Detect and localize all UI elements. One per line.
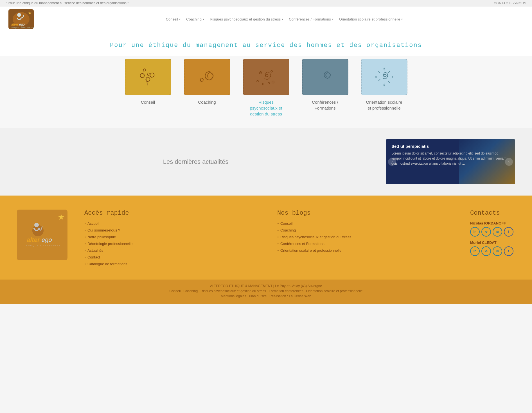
nav-coaching[interactable]: Coaching ▾ (186, 17, 204, 21)
facebook-icon-muriel[interactable]: f (504, 246, 513, 256)
actualites-slider: ‹ Sed ut perspiciatis Lorem ipsum dolor … (386, 139, 515, 184)
svg-point-12 (268, 82, 270, 84)
link-icon-nicolas[interactable]: ⚙ (481, 227, 491, 237)
email-icon-nicolas[interactable]: ✉ (493, 227, 502, 237)
footer-link-catalogue[interactable]: Catalogue de formations (84, 262, 266, 266)
site-header: ★ alter ego ETHIQUE & MANAGEMENT Conseil… (0, 6, 532, 32)
card-coaching-image (184, 59, 230, 95)
nav-orientation[interactable]: Orientation scolaire et professionnelle … (339, 17, 403, 21)
footer-acces-list: Accueil Qui sommes-nous ? Notre philosop… (84, 221, 266, 266)
star-icon: ★ (58, 212, 65, 222)
footer-link-accueil[interactable]: Accueil (84, 221, 266, 226)
contact-nicolas-socials: in ⚙ ✉ f (470, 227, 515, 237)
footer-blogs-title: Nos blogs (277, 210, 459, 217)
logo-wrap[interactable]: ★ alter ego ETHIQUE & MANAGEMENT (8, 9, 34, 29)
footer-contacts-title: Contacts (470, 210, 515, 217)
hero-title: Pour une éthique du management au servic… (6, 42, 526, 49)
footer-link-actualites[interactable]: Actualités (84, 248, 266, 253)
slider-content: Sed ut perspiciatis Lorem ipsum dolor si… (386, 139, 515, 184)
slider-title: Sed ut perspiciatis (391, 144, 510, 149)
nav-conseil[interactable]: Conseil ▾ (166, 17, 181, 21)
top-tagline: " Pour une éthique du management au serv… (6, 1, 129, 5)
svg-point-8 (271, 71, 272, 72)
svg-marker-22 (383, 85, 385, 87)
svg-marker-24 (392, 76, 394, 78)
actualites-title: Les dernières actualités (17, 158, 375, 165)
linkedin-icon-nicolas[interactable]: in (470, 227, 480, 237)
svg-text:alter: alter (27, 236, 40, 243)
footer-blogs-list: Conseil Coaching Risques psychosociaux e… (277, 221, 459, 253)
card-risques[interactable]: Risquespsychosociaux etgestion du stress (241, 59, 291, 117)
card-conseil-image (125, 59, 171, 95)
footer-bottom-line2: Conseil . Coaching . Risques psychosocia… (6, 289, 526, 293)
chevron-down-icon: ▾ (203, 18, 204, 21)
contact-nicolas-name: Nicolas IORDANOFF (470, 221, 515, 225)
actualites-section: Les dernières actualités ‹ Sed ut perspi… (0, 128, 532, 196)
svg-point-9 (257, 80, 258, 82)
slider-next-button[interactable]: › (505, 158, 513, 166)
svg-point-2 (17, 13, 21, 17)
svg-point-10 (272, 81, 274, 83)
main-nav: Conseil ▾ Coaching ▾ Risques psychosocia… (45, 17, 524, 21)
footer-blog-conseil[interactable]: Conseil (277, 221, 459, 226)
footer-nos-blogs: Nos blogs Conseil Coaching Risques psych… (277, 210, 459, 268)
svg-point-11 (262, 83, 264, 85)
facebook-icon-nicolas[interactable]: f (504, 227, 513, 237)
svg-text:ego: ego (42, 236, 52, 243)
contact-nicolas: Nicolas IORDANOFF in ⚙ ✉ f (470, 221, 515, 237)
svg-text:ETHIQUE & MANAGEMENT: ETHIQUE & MANAGEMENT (11, 27, 34, 29)
card-conferences-image (302, 59, 348, 95)
email-icon-muriel[interactable]: ✉ (493, 246, 502, 256)
contact-muriel-socials: in ⚙ ✉ f (470, 246, 515, 256)
footer-link-contact[interactable]: Contact (84, 255, 266, 259)
contact-link[interactable]: CONTACTEZ-NOUS (494, 1, 526, 5)
nav-risques[interactable]: Risques psychosociaux et gestion du stre… (210, 17, 283, 21)
contact-muriel-name: Muriel CLEDAT (470, 240, 515, 245)
footer-link-quisommesnous[interactable]: Qui sommes-nous ? (84, 228, 266, 232)
svg-line-17 (378, 71, 380, 73)
svg-text:ego: ego (19, 22, 25, 26)
footer-link-philosophie[interactable]: Notre philosophie (84, 235, 266, 239)
svg-marker-21 (383, 67, 385, 69)
card-conferences-label: Conférences /Formations (312, 99, 338, 111)
footer-bottom: ALTEREGO ETHIQUE & MANAGEMENT | Le Puy-e… (0, 280, 532, 304)
footer-blog-risques[interactable]: Risques psychosociaux et gestion du stre… (277, 235, 459, 239)
card-orientation[interactable]: Orientation scolaireet professionnelle (359, 59, 409, 117)
svg-line-19 (388, 71, 390, 73)
card-orientation-label: Orientation scolaireet professionnelle (366, 99, 402, 111)
footer-bottom-line3: Mentions légales . Plan du site . Réalis… (6, 294, 526, 298)
footer-link-deontologie[interactable]: Déontologie professionnelle (84, 241, 266, 246)
logo: ★ alter ego ETHIQUE & MANAGEMENT (8, 9, 34, 29)
chevron-down-icon: ▾ (332, 18, 333, 21)
chevron-down-icon: ▾ (179, 18, 181, 21)
card-orientation-image (361, 59, 407, 95)
slider-box: ‹ Sed ut perspiciatis Lorem ipsum dolor … (386, 139, 515, 184)
cards-section: Conseil Coaching (0, 56, 532, 128)
card-conseil-label: Conseil (141, 99, 155, 105)
footer-blog-coaching[interactable]: Coaching (277, 228, 459, 232)
link-icon-muriel[interactable]: ⚙ (481, 246, 491, 256)
card-conseil[interactable]: Conseil (123, 59, 173, 117)
footer-acces-rapide: Accès rapide Accueil Qui sommes-nous ? N… (84, 210, 266, 268)
nav-conferences[interactable]: Conférences / Formations ▾ (289, 17, 333, 21)
slider-text: Lorem ipsum dolor sit amet, consectetur … (391, 151, 510, 166)
card-conferences[interactable]: Conférences /Formations (300, 59, 350, 117)
svg-point-26 (34, 223, 39, 227)
footer-logo-col: ★ alter ego ETHIQUE & MANAGEMENT (17, 210, 73, 268)
footer-logo-box: ★ alter ego ETHIQUE & MANAGEMENT (17, 210, 67, 260)
svg-line-18 (388, 81, 390, 83)
chevron-down-icon: ▾ (401, 18, 403, 21)
slider-prev-button[interactable]: ‹ (388, 158, 396, 166)
card-coaching[interactable]: Coaching (182, 59, 232, 117)
footer-bottom-line1: ALTEREGO ETHIQUE & MANAGEMENT | Le Puy-e… (6, 284, 526, 288)
contact-muriel: Muriel CLEDAT in ⚙ ✉ f (470, 240, 515, 256)
card-risques-image (243, 59, 289, 95)
actualites-left: Les dernières actualités (17, 158, 375, 165)
linkedin-icon-muriel[interactable]: in (470, 246, 480, 256)
top-bar: " Pour une éthique du management au serv… (0, 0, 532, 6)
card-risques-label: Risquespsychosociaux etgestion du stress (250, 99, 282, 117)
footer-blog-orientation[interactable]: Orientation scolaire et professionnelle (277, 248, 459, 253)
svg-text:ETHIQUE & MANAGEMENT: ETHIQUE & MANAGEMENT (26, 244, 62, 247)
card-coaching-label: Coaching (198, 99, 216, 105)
footer-blog-conferences[interactable]: Conférences et Formations (277, 241, 459, 246)
